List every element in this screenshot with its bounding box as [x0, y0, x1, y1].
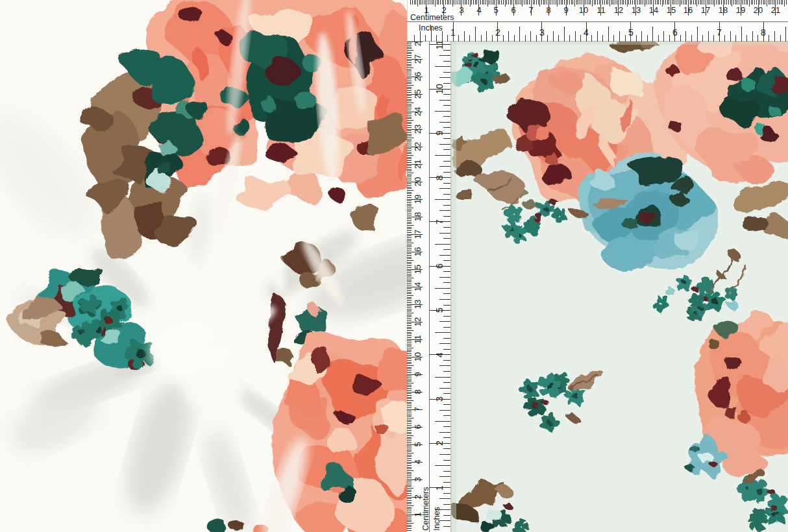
- svg-text:5: 5: [434, 308, 445, 313]
- svg-text:8: 8: [413, 389, 423, 394]
- svg-text:4: 4: [476, 5, 481, 15]
- svg-text:11: 11: [597, 5, 606, 15]
- svg-text:25: 25: [413, 90, 423, 99]
- svg-text:5: 5: [493, 5, 498, 15]
- svg-text:13: 13: [632, 5, 641, 15]
- svg-text:2: 2: [495, 27, 500, 38]
- svg-text:12: 12: [614, 5, 623, 15]
- svg-text:19: 19: [413, 195, 423, 204]
- svg-text:5: 5: [628, 27, 634, 38]
- svg-text:27: 27: [413, 54, 423, 64]
- svg-text:8: 8: [434, 175, 445, 180]
- svg-text:13: 13: [413, 300, 423, 309]
- svg-text:10: 10: [579, 5, 588, 15]
- svg-text:7: 7: [528, 5, 533, 15]
- svg-text:4: 4: [584, 27, 589, 38]
- svg-text:21: 21: [771, 5, 780, 15]
- svg-text:3: 3: [434, 396, 445, 402]
- svg-text:20: 20: [754, 5, 763, 15]
- svg-text:7: 7: [434, 219, 445, 224]
- svg-text:15: 15: [413, 265, 423, 274]
- svg-text:17: 17: [701, 5, 710, 15]
- svg-text:7: 7: [717, 27, 722, 38]
- svg-text:4: 4: [434, 352, 445, 357]
- svg-text:Centimeters: Centimeters: [421, 487, 430, 531]
- svg-text:21: 21: [413, 160, 423, 169]
- svg-text:14: 14: [413, 282, 423, 291]
- svg-text:14: 14: [649, 5, 658, 15]
- svg-text:5: 5: [413, 442, 423, 446]
- svg-text:6: 6: [434, 263, 445, 269]
- svg-text:2: 2: [434, 441, 445, 446]
- svg-text:24: 24: [413, 107, 423, 116]
- svg-text:6: 6: [413, 424, 423, 429]
- svg-text:7: 7: [413, 407, 423, 411]
- svg-text:1: 1: [434, 485, 445, 490]
- svg-text:20: 20: [413, 177, 423, 186]
- svg-text:10: 10: [434, 84, 445, 94]
- svg-text:8: 8: [546, 5, 550, 15]
- svg-text:1: 1: [450, 27, 456, 38]
- svg-text:16: 16: [683, 5, 693, 15]
- svg-text:8: 8: [761, 27, 766, 38]
- svg-text:3: 3: [459, 5, 463, 15]
- svg-text:12: 12: [413, 317, 423, 326]
- svg-text:18: 18: [413, 212, 423, 221]
- svg-text:19: 19: [736, 5, 745, 15]
- svg-text:9: 9: [563, 5, 568, 15]
- svg-text:4: 4: [413, 459, 423, 464]
- svg-text:6: 6: [511, 5, 515, 15]
- svg-text:3: 3: [413, 477, 423, 481]
- svg-text:10: 10: [413, 352, 423, 361]
- svg-text:3: 3: [539, 27, 545, 38]
- svg-text:26: 26: [413, 72, 423, 81]
- svg-text:6: 6: [672, 27, 678, 38]
- svg-text:15: 15: [667, 5, 676, 15]
- svg-text:Centimeters: Centimeters: [410, 13, 454, 22]
- svg-text:9: 9: [413, 372, 423, 376]
- svg-text:Inches: Inches: [432, 507, 441, 531]
- svg-text:16: 16: [413, 247, 423, 256]
- svg-text:11: 11: [413, 335, 423, 344]
- svg-text:Inches: Inches: [419, 23, 443, 32]
- svg-text:22: 22: [413, 142, 423, 151]
- svg-text:17: 17: [413, 230, 423, 239]
- svg-text:23: 23: [413, 125, 423, 134]
- svg-text:18: 18: [719, 5, 728, 15]
- svg-text:9: 9: [434, 130, 445, 136]
